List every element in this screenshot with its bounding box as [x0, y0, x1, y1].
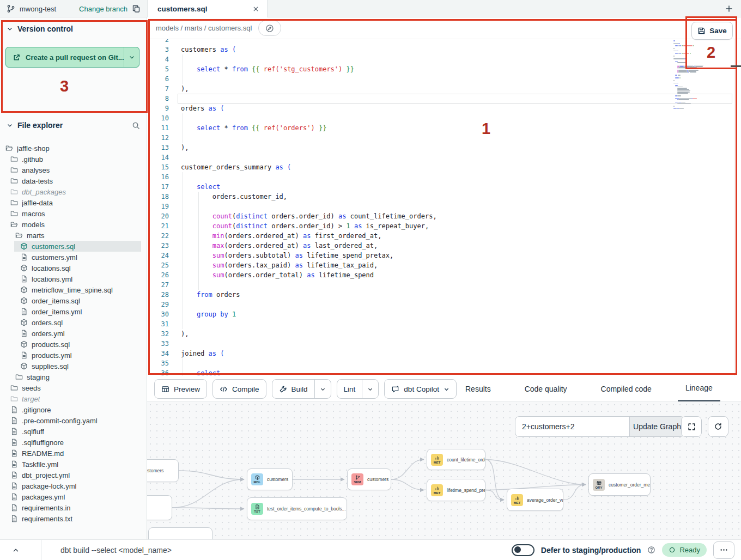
tree-item-customers-sql[interactable]: customers.sql — [14, 241, 141, 252]
build-dropdown[interactable] — [314, 380, 331, 398]
tree-item-locations-yml[interactable]: locations.yml — [0, 273, 147, 284]
code-line-14 — [181, 153, 741, 162]
tree-item--sqlfluffignore[interactable]: .sqlfluffignore — [0, 437, 147, 448]
lineage-node-partial[interactable] — [148, 527, 212, 539]
compile-button[interactable]: Compile — [212, 379, 266, 399]
copilot-button[interactable]: dbt Copilot — [384, 379, 457, 399]
lint-button[interactable]: Lint — [337, 379, 379, 399]
preview-button[interactable]: Preview — [154, 379, 207, 399]
tree-item-requirements-in[interactable]: requirements.in — [0, 502, 147, 513]
tree-item-jaffle-data[interactable]: jaffle-data — [0, 197, 147, 208]
tree-item-marts[interactable]: marts — [0, 230, 147, 241]
tree-item--pre-commit-config-yaml[interactable]: .pre-commit-config.yaml — [0, 415, 147, 426]
lineage-node-cnt[interactable]: METcount_lifetime_orders — [427, 449, 485, 470]
tree-item-label: metricflow_time_spine.sql — [32, 286, 113, 294]
help-icon[interactable] — [647, 546, 655, 554]
lineage-node-qry[interactable]: QRYcustomer_order_metrics — [588, 473, 651, 496]
editor-toolbar: PreviewCompileBuildLintdbt Copilot — [154, 379, 462, 399]
tree-item--gitignore[interactable]: .gitignore — [0, 404, 147, 415]
new-tab-icon[interactable] — [725, 4, 733, 13]
refresh-button[interactable] — [708, 416, 728, 437]
build-button[interactable]: Build — [272, 379, 331, 399]
code-health-button[interactable] — [258, 20, 281, 36]
tree-item-readme-md[interactable]: README.md — [0, 448, 147, 459]
tree-item-orders-sql[interactable]: orders.sql — [0, 317, 147, 328]
change-branch-link[interactable]: Change branch — [79, 5, 127, 13]
lineage-node-avg[interactable]: METaverage_order_value — [507, 489, 563, 511]
tree-item-customers-yml[interactable]: customers.yml — [0, 252, 147, 263]
tree-item-label: README.md — [22, 449, 64, 458]
tree-item-staging[interactable]: staging — [0, 372, 147, 382]
lineage-node-stg_customers[interactable]: MDLstg_customers — [147, 459, 179, 482]
tree-item-products-yml[interactable]: products.yml — [0, 350, 147, 361]
chevron-up-icon[interactable] — [12, 546, 20, 554]
code-area[interactable]: 23customers as (45 select * from {{ ref(… — [147, 39, 741, 376]
tab-customers-sql[interactable]: customers.sql — [147, 0, 268, 17]
tab-lineage[interactable]: Lineage — [678, 376, 720, 401]
lineage-node-customers_sem[interactable]: SEMcustomers — [347, 468, 391, 490]
model-icon — [20, 286, 28, 294]
lineage-node-pre[interactable]: METlifetime_spend_pretax — [427, 479, 485, 501]
lineage-node-customers_mdl[interactable]: MDLcustomers — [247, 468, 293, 490]
defer-toggle[interactable] — [512, 544, 535, 556]
met-node-icon: MET — [431, 454, 443, 466]
tree-item-macros[interactable]: macros — [0, 208, 147, 219]
lineage-node-tst[interactable]: TSTtest_order_items_compute_to_bools... — [247, 497, 347, 520]
pr-button-dropdown[interactable] — [124, 47, 139, 67]
line-number: 6 — [147, 74, 169, 84]
command-hint[interactable]: dbt build --select <model_name> — [60, 546, 172, 555]
tree-item--sqlfluff[interactable]: .sqlfluff — [0, 426, 147, 437]
save-button[interactable]: Save — [691, 22, 733, 40]
tree-item-dbt-packages[interactable]: dbt_packages — [0, 186, 147, 197]
save-icon — [697, 27, 706, 35]
model-icon — [20, 264, 28, 272]
lineage-filter-input[interactable]: 2+customers+2 — [515, 417, 629, 436]
tree-item-jaffle-shop[interactable]: jaffle-shop — [0, 143, 147, 154]
tree-item-orders-yml[interactable]: orders.yml — [0, 328, 147, 339]
file-explorer-header[interactable]: File explorer — [0, 121, 147, 130]
tree-item-target[interactable]: target — [0, 393, 147, 404]
fullscreen-button[interactable] — [681, 416, 702, 437]
file-icon — [10, 460, 18, 468]
version-control-header[interactable]: Version control — [0, 25, 147, 33]
tree-item-analyses[interactable]: analyses — [0, 165, 147, 175]
more-options-button[interactable] — [713, 541, 734, 559]
tree-item-supplies-sql[interactable]: supplies.sql — [0, 361, 147, 372]
tree-item-dbt-project-yml[interactable]: dbt_project.yml — [0, 470, 147, 480]
tree-item-products-sql[interactable]: products.sql — [0, 339, 147, 350]
lineage-node-orders[interactable]: MDLorders — [147, 495, 172, 520]
search-icon[interactable] — [132, 121, 140, 130]
tab-code-quality[interactable]: Code quality — [517, 376, 575, 401]
tab-results[interactable]: Results — [458, 376, 499, 401]
tab-compiled-code[interactable]: Compiled code — [593, 376, 659, 401]
lint-label: Lint — [344, 385, 356, 393]
lineage-panel[interactable]: 2+customers+2 Update Graph MDLstg_custom… — [147, 401, 741, 539]
update-graph-button[interactable]: Update Graph — [629, 417, 684, 436]
tree-item-package-lock-yml[interactable]: package-lock.yml — [0, 480, 147, 491]
tree-item-taskfile-yml[interactable]: Taskfile.yml — [0, 459, 147, 470]
refresh-icon — [714, 422, 722, 431]
lineage-filter-group: 2+customers+2 Update Graph — [515, 416, 685, 437]
tree-item-order-items-sql[interactable]: order_items.sql — [0, 295, 147, 306]
tree-item-label: supplies.sql — [32, 362, 69, 370]
close-icon[interactable] — [252, 5, 259, 13]
tree-item-requirements-txt[interactable]: requirements.txt — [0, 513, 147, 524]
tree-item--github[interactable]: .github — [0, 154, 147, 165]
create-pull-request-button[interactable]: Create a pull request on Git... — [5, 47, 139, 68]
tree-item-order-items-yml[interactable]: order_items.yml — [0, 306, 147, 317]
code-line-6 — [181, 74, 741, 84]
copy-icon[interactable] — [132, 4, 141, 13]
chevron-down-icon — [444, 386, 450, 392]
line-number: 2 — [147, 39, 169, 45]
tree-item-locations-sql[interactable]: locations.sql — [0, 263, 147, 273]
lint-dropdown[interactable] — [362, 380, 378, 398]
tree-item-data-tests[interactable]: data-tests — [0, 175, 147, 186]
tree-item-metricflow-time-spine-sql[interactable]: metricflow_time_spine.sql — [0, 284, 147, 295]
ellipsis-icon — [719, 545, 728, 555]
tree-item-packages-yml[interactable]: packages.yml — [0, 491, 147, 502]
code-line-13: ), — [181, 143, 741, 153]
tree-item-seeds[interactable]: seeds — [0, 382, 147, 393]
model-icon — [20, 242, 28, 250]
tree-item-label: locations.yml — [32, 275, 72, 283]
tree-item-models[interactable]: models — [0, 219, 147, 230]
